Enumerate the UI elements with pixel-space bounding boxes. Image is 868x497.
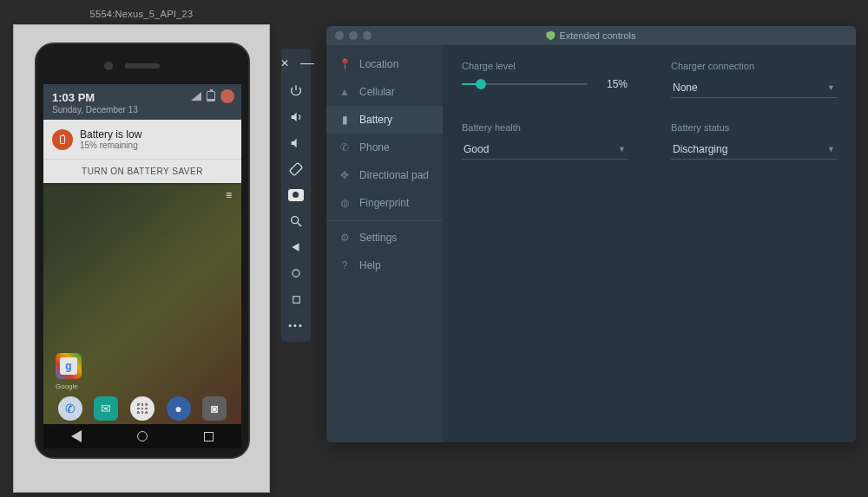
nav-label: Help bbox=[359, 259, 381, 271]
chevron-down-icon: ▼ bbox=[827, 83, 835, 92]
slider-thumb[interactable] bbox=[476, 79, 486, 89]
nav-battery[interactable]: ▮ Battery bbox=[326, 106, 443, 134]
extended-controls-nav: 📍 Location ▲ Cellular ▮ Battery ✆ Phone … bbox=[326, 45, 443, 442]
cellular-icon: ▲ bbox=[339, 86, 351, 98]
battery-health-select[interactable]: Good ▼ bbox=[462, 140, 628, 160]
device-frame: 1:03 PM Sunday, December 13 Battery is l… bbox=[35, 43, 250, 459]
nav-phone[interactable]: ✆ Phone bbox=[326, 134, 443, 161]
chevron-down-icon: ▼ bbox=[618, 145, 626, 154]
nav-help[interactable]: ? Help bbox=[326, 252, 443, 279]
volume-up-icon[interactable] bbox=[288, 109, 304, 125]
battery-status-label: Battery status bbox=[671, 122, 837, 133]
fingerprint-icon: ◍ bbox=[339, 197, 351, 209]
toolbar-minimize-button[interactable]: — bbox=[299, 56, 315, 71]
front-camera bbox=[104, 62, 113, 70]
toolbar-home-icon[interactable] bbox=[288, 265, 304, 281]
nav-location[interactable]: 📍 Location bbox=[326, 50, 443, 78]
extended-controls-window: Extended controls 📍 Location ▲ Cellular … bbox=[326, 26, 856, 442]
toolbar-recent-icon[interactable] bbox=[288, 291, 304, 307]
dim-overlay bbox=[43, 84, 241, 448]
battery-health-value: Good bbox=[464, 143, 489, 155]
emulator-window-title: 5554:Nexus_5_API_23 bbox=[13, 9, 270, 19]
battery-health-label: Battery health bbox=[462, 122, 628, 133]
toolbar-close-button[interactable]: ✕ bbox=[277, 56, 293, 71]
speaker-slot bbox=[125, 63, 160, 69]
nav-dpad[interactable]: ✥ Directional pad bbox=[326, 161, 443, 189]
nav-label: Directional pad bbox=[359, 169, 429, 181]
phone-nav-icon: ✆ bbox=[339, 141, 351, 154]
svg-rect-0 bbox=[289, 162, 302, 175]
toolbar-back-icon[interactable] bbox=[288, 239, 304, 255]
gear-icon: ⚙ bbox=[339, 232, 351, 244]
shield-icon bbox=[546, 31, 555, 41]
nav-settings[interactable]: ⚙ Settings bbox=[326, 220, 443, 252]
svg-line-2 bbox=[298, 223, 301, 226]
power-icon[interactable] bbox=[288, 83, 304, 99]
nav-label: Location bbox=[359, 58, 398, 70]
dpad-icon: ✥ bbox=[339, 169, 351, 181]
nav-label: Battery bbox=[359, 114, 392, 126]
extended-controls-titlebar[interactable]: Extended controls bbox=[326, 26, 856, 45]
charger-connection-value: None bbox=[673, 82, 698, 94]
nav-cellular[interactable]: ▲ Cellular bbox=[326, 78, 443, 106]
device-screen[interactable]: 1:03 PM Sunday, December 13 Battery is l… bbox=[43, 84, 241, 448]
emulator-window: 1:03 PM Sunday, December 13 Battery is l… bbox=[13, 24, 270, 493]
battery-nav-icon: ▮ bbox=[339, 114, 351, 126]
svg-point-1 bbox=[292, 217, 299, 224]
location-icon: 📍 bbox=[339, 58, 351, 70]
nav-label: Cellular bbox=[359, 86, 395, 98]
charger-connection-label: Charger connection bbox=[671, 61, 837, 71]
extended-controls-title: Extended controls bbox=[559, 30, 635, 41]
nav-fingerprint[interactable]: ◍ Fingerprint bbox=[326, 189, 443, 217]
screenshot-icon[interactable] bbox=[288, 187, 304, 203]
nav-label: Phone bbox=[359, 141, 390, 154]
battery-panel: Charge level 15% Charger connection None… bbox=[443, 45, 856, 442]
svg-rect-4 bbox=[293, 296, 299, 303]
chevron-down-icon: ▼ bbox=[827, 145, 835, 154]
charge-level-value: 15% bbox=[602, 78, 628, 90]
traffic-close[interactable] bbox=[335, 31, 344, 40]
zoom-icon[interactable] bbox=[288, 213, 304, 229]
battery-status-select[interactable]: Discharging ▼ bbox=[671, 140, 837, 160]
traffic-zoom[interactable] bbox=[363, 31, 372, 40]
nav-label: Settings bbox=[359, 232, 397, 244]
charge-level-slider[interactable] bbox=[462, 83, 588, 85]
charger-connection-select[interactable]: None ▼ bbox=[671, 78, 837, 98]
charge-level-label: Charge level bbox=[462, 61, 628, 71]
rotate-icon[interactable] bbox=[288, 161, 304, 177]
nav-label: Fingerprint bbox=[359, 197, 409, 209]
traffic-minimize[interactable] bbox=[349, 31, 358, 40]
emulator-toolbar: ✕ — ••• bbox=[281, 49, 311, 342]
help-icon: ? bbox=[339, 259, 351, 271]
toolbar-more-icon[interactable]: ••• bbox=[288, 317, 304, 333]
svg-point-3 bbox=[293, 270, 299, 277]
battery-status-value: Discharging bbox=[673, 143, 727, 155]
volume-down-icon[interactable] bbox=[288, 135, 304, 151]
